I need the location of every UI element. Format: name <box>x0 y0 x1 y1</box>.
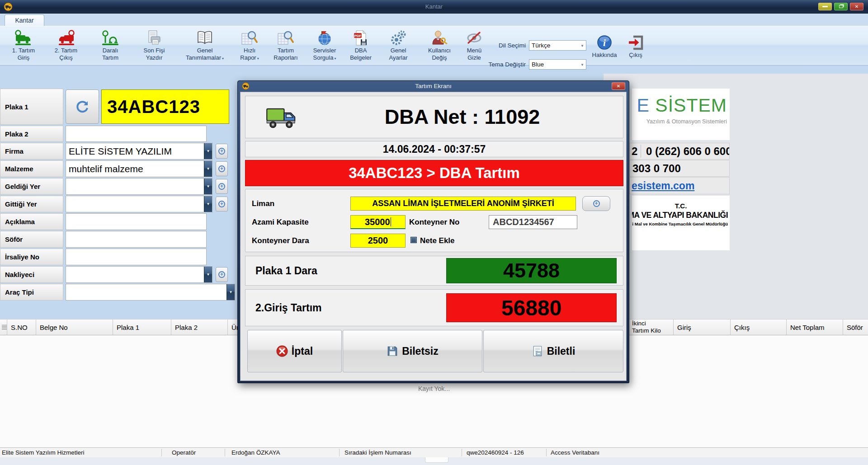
weighing-form: Plaka 1 34ABC123 Plaka 2 Firma ELİTE SİS… <box>0 80 229 303</box>
ribbon-button-tartim2-cikis[interactable]: 2. TartımÇıkış <box>43 28 89 65</box>
ribbon-menu-hizli-rapor[interactable]: HızlıRapor▾ <box>233 28 266 65</box>
form-row-nakliyeci: Nakliyeci ▼ + <box>0 266 229 283</box>
logo-text-green: SİSTEM <box>655 95 727 116</box>
gittigi-yer-value <box>69 196 203 212</box>
column-header-net-toplam[interactable]: Net Toplam <box>787 319 843 335</box>
azami-kapasite-input[interactable]: 35000 <box>350 215 406 229</box>
chevron-down-icon: ▾ <box>334 56 336 61</box>
ribbon-button-tartim1-giris[interactable]: 1. TartımGiriş <box>4 28 43 65</box>
ribbon-button-tartim-raporlari[interactable]: TartımRaporları <box>266 28 306 65</box>
gears-icon <box>390 29 407 47</box>
banner-text: 34ABC123 > DBA Tartım <box>245 160 623 186</box>
plus-icon: + <box>218 148 225 155</box>
nakliyeci-value <box>69 267 203 282</box>
plaka1-input[interactable]: 34ABC123 <box>101 89 229 124</box>
column-header-sofor[interactable]: Söför <box>843 319 868 335</box>
biletli-button[interactable]: Biletli <box>483 330 623 372</box>
column-header-ikinci-tartim-kilo[interactable]: İkinciTartım Kilo <box>628 319 674 335</box>
dropdown-arrow-icon[interactable]: ▼ <box>204 161 212 177</box>
dialog-close-button[interactable]: ✕ <box>612 82 625 90</box>
ribbon-button-kullanici-degis[interactable]: KullanıcıDeğiş <box>419 28 460 65</box>
arac-tipi-combo[interactable]: ▼ <box>66 284 235 301</box>
refresh-plate-button[interactable] <box>66 89 99 124</box>
plus-icon: + <box>593 200 600 207</box>
add-geldigi-yer-button[interactable]: + <box>216 179 228 194</box>
ribbon-button-cikis[interactable]: Çıkış <box>623 33 648 59</box>
form-row-aciklama: Açıklama <box>0 213 229 230</box>
ribbon-label: Çıkış <box>629 52 642 59</box>
iptal-button[interactable]: İptal <box>247 330 342 372</box>
plus-icon: + <box>218 183 225 190</box>
add-firma-button[interactable]: + <box>216 144 228 159</box>
dropdown-arrow-icon[interactable]: ▼ <box>204 267 212 282</box>
application-window: Kantar ✕ Kantar 1. TartımGiriş 2. Tartım… <box>0 0 868 465</box>
cancel-icon <box>276 345 288 357</box>
dropdown-arrow-icon[interactable]: ▼ <box>226 284 235 300</box>
ribbon-label: Menü <box>467 47 482 54</box>
plaka2-input[interactable] <box>66 126 207 142</box>
bottom-tab-decoration <box>425 457 448 463</box>
tc-line2: ŞTIRMA VE ALTYAPI BAKANLIĞI <box>632 211 728 220</box>
geldigi-yer-combo[interactable]: ▼ <box>66 178 212 195</box>
nakliyeci-combo[interactable]: ▼ <box>66 266 212 283</box>
konteyner-dara-input[interactable]: 2500 <box>350 234 406 248</box>
theme-select[interactable]: Blue ▼ <box>529 59 586 70</box>
add-malzeme-button[interactable]: + <box>216 161 228 176</box>
giris2-value: 56880 <box>446 293 617 322</box>
dialog-title: Tartım Ekranı <box>240 83 627 89</box>
sofor-label: Söför <box>0 231 63 248</box>
add-gittigi-yer-button[interactable]: + <box>216 197 228 211</box>
add-nakliyeci-button[interactable]: + <box>216 267 228 282</box>
ribbon-menu-genel-tanimlamalar[interactable]: GenelTanımlamalar▾ <box>176 28 233 65</box>
biletsiz-label: Biletsiz <box>402 345 439 357</box>
column-header-cikis[interactable]: Çıkış <box>731 319 787 335</box>
konteyner-dara-label: Konteyner Dara <box>252 236 309 245</box>
close-button[interactable]: ✕ <box>850 3 863 10</box>
column-header-plaka1[interactable]: Plaka 1 <box>113 319 171 335</box>
malzeme-combo[interactable]: muhtelif malzeme ▼ <box>66 160 212 177</box>
chevron-down-icon: ▾ <box>222 56 224 61</box>
ribbon-buttons: 1. TartımGiriş 2. TartımÇıkış DaralıTart… <box>4 28 488 65</box>
truck-icon <box>266 106 298 129</box>
dropdown-arrow-icon[interactable]: ▼ <box>204 178 212 194</box>
form-row-gittigi-yer: Gittiği Yer ▼ + <box>0 196 229 212</box>
book-icon <box>196 29 213 47</box>
tema-degistir-label: Tema Değiştir <box>476 61 526 68</box>
form-row-irsaliye-no: İrsaliye No <box>0 249 229 265</box>
dropdown-arrow-icon[interactable]: ▼ <box>204 143 212 159</box>
ribbon-button-dba-belgeler[interactable]: PDF DBABelgeler <box>344 28 378 65</box>
column-header-belge-no[interactable]: Belge No <box>36 319 113 335</box>
text-caret <box>391 217 392 226</box>
dropdown-arrow-icon[interactable]: ▼ <box>204 196 212 212</box>
liman-input[interactable]: ASSAN LİMAN İŞLETMELERİ ANONİM ŞİRKETİ <box>350 197 576 211</box>
column-header-sno[interactable]: S.NO <box>7 319 36 335</box>
konteyner-no-input[interactable]: ABCD1234567 <box>489 215 577 229</box>
biletsiz-button[interactable]: Biletsiz <box>343 330 482 372</box>
aciklama-input[interactable] <box>66 213 207 230</box>
column-header-giris[interactable]: Giriş <box>674 319 731 335</box>
biletli-label: Biletli <box>547 345 576 357</box>
ribbon-button-son-fisi-yazdir[interactable]: Son FişiYazdır <box>132 28 176 65</box>
ribbon-button-genel-ayarlar[interactable]: GenelAyarlar <box>378 28 419 65</box>
language-select[interactable]: Türkçe ▼ <box>529 40 586 51</box>
column-header-plaka2[interactable]: Plaka 2 <box>171 319 228 335</box>
sofor-input[interactable] <box>66 231 207 248</box>
ribbon-button-darali-tartim[interactable]: DaralıTartım <box>89 28 132 65</box>
gittigi-yer-combo[interactable]: ▼ <box>66 196 212 212</box>
nete-ekle-checkbox[interactable] <box>410 237 417 243</box>
plus-icon: + <box>218 165 225 172</box>
ribbon-button-hakkinda[interactable]: i Hakkında <box>589 33 620 59</box>
ribbon-menu-servisler-sorgula[interactable]: ServislerSorgula▾ <box>306 28 344 65</box>
minimize-button[interactable] <box>818 3 832 10</box>
ribbon-label: Tanımlamalar <box>186 54 221 61</box>
tab-kantar[interactable]: Kantar <box>5 14 44 26</box>
user-key-icon <box>431 29 448 47</box>
irsaliye-no-input[interactable] <box>66 249 207 265</box>
ribbon-label: Genel <box>391 47 406 54</box>
add-liman-button[interactable]: + <box>582 196 610 211</box>
website-link[interactable]: esistem.com <box>632 180 694 192</box>
firma-combo[interactable]: ELİTE SİSTEM YAZILIM ▼ <box>66 143 212 160</box>
restore-button[interactable] <box>834 3 848 10</box>
net-weight-value: DBA Net : 11092 <box>304 96 620 138</box>
form-row-plaka1: Plaka 1 34ABC123 <box>0 89 229 125</box>
